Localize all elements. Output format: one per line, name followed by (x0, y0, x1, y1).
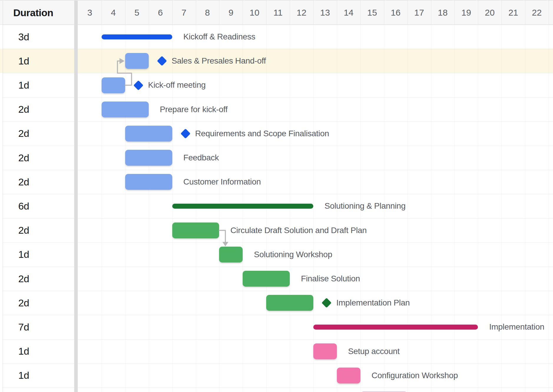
day-header-cell: 22 (525, 1, 549, 25)
task-bar[interactable] (125, 126, 172, 142)
vertical-scrollbar[interactable] (74, 1, 78, 392)
day-header-cell: 7 (172, 1, 196, 25)
header-separator-line (549, 1, 549, 25)
task-bar[interactable] (313, 343, 337, 359)
task-bar[interactable] (337, 368, 360, 383)
duration-cell[interactable]: 2d (0, 218, 74, 242)
duration-cell[interactable]: 1d (0, 242, 74, 267)
row-separator-line (3, 194, 553, 194)
duration-cell[interactable]: 2d (0, 122, 74, 146)
task-bar[interactable] (102, 77, 125, 93)
day-grid-line (549, 25, 549, 392)
row-separator-line (3, 315, 553, 315)
task-label: Sales & Presales Hand-off (172, 49, 266, 73)
row-separator-line (3, 25, 553, 25)
day-header-cell: 8 (196, 1, 219, 25)
row-separator-line (3, 388, 553, 388)
day-header-cell: 4 (102, 1, 125, 25)
row-separator-line (3, 267, 553, 267)
day-header-cell: 9 (219, 1, 243, 25)
task-bar[interactable] (125, 174, 172, 190)
gantt-chart-view: Duration 3456789101112131415161718192021… (0, 0, 553, 392)
day-header-cell: 15 (360, 1, 384, 25)
day-header-cell: 18 (431, 1, 455, 25)
row-separator-line (3, 339, 553, 340)
task-label: Prepare for kick-off (160, 97, 228, 122)
task-label: Implementation Plan (336, 291, 410, 315)
duration-cell[interactable]: 1d (0, 49, 74, 73)
day-grid-line (478, 25, 478, 392)
day-grid-line (454, 25, 455, 392)
duration-column-header: Duration (0, 1, 74, 25)
duration-cell[interactable]: 1d (0, 73, 74, 97)
duration-cell[interactable]: 7d (0, 315, 74, 339)
row-separator-line (3, 73, 553, 73)
task-bar[interactable] (125, 150, 172, 166)
day-header-cell: 5 (125, 1, 149, 25)
task-label: Configuration Workshop (372, 363, 458, 388)
duration-cell[interactable]: 6d (0, 194, 74, 218)
milestone-diamond[interactable] (322, 298, 332, 308)
task-bar[interactable] (125, 53, 149, 69)
row-separator-line (3, 49, 553, 49)
day-header-cell: 17 (408, 1, 431, 25)
task-bar[interactable] (243, 271, 290, 287)
task-bar[interactable] (102, 102, 149, 117)
row-separator-line (3, 97, 553, 98)
row-separator-line (3, 170, 553, 170)
day-header-cell: 3 (78, 1, 102, 25)
day-grid-line (125, 25, 125, 392)
milestone-diamond[interactable] (181, 129, 191, 139)
task-label: Customer Information (183, 170, 261, 194)
duration-cell[interactable]: 2d (0, 97, 74, 122)
summary-bar[interactable] (313, 325, 478, 330)
day-header-cell: 11 (266, 1, 290, 25)
day-header-cell: 10 (243, 1, 266, 25)
day-header-cell: 6 (149, 1, 172, 25)
row-separator-line (3, 291, 553, 291)
summary-bar[interactable] (172, 204, 313, 209)
task-label: Implementation (489, 315, 544, 339)
row-separator-line (3, 363, 553, 364)
row-separator-line (3, 146, 553, 146)
day-grid-line (431, 25, 431, 392)
task-label: Kickoff & Readiness (183, 25, 255, 49)
task-label: Feedback (183, 146, 219, 170)
duration-cell[interactable]: 1d (0, 363, 74, 388)
selected-row-background (0, 49, 553, 73)
duration-cell[interactable]: 1d (0, 339, 74, 363)
task-label: Setup account (348, 339, 400, 363)
task-label: Kick-off meeting (148, 73, 206, 97)
milestone-diamond[interactable] (133, 80, 143, 90)
summary-bar[interactable] (102, 34, 172, 39)
day-header-cell: 19 (454, 1, 478, 25)
duration-cell[interactable]: 2d (0, 170, 74, 194)
task-label: Requirements and Scope Finalisation (195, 122, 329, 146)
task-bar[interactable] (172, 222, 219, 238)
task-label: Finalise Solution (301, 267, 360, 291)
day-header-cell: 12 (290, 1, 313, 25)
task-label: Solutioning Workshop (254, 242, 332, 267)
day-header-cell: 13 (313, 1, 337, 25)
duration-cell[interactable]: 2d (0, 146, 74, 170)
duration-cell[interactable]: 3d (0, 25, 74, 49)
day-header-cell: 20 (478, 1, 501, 25)
day-header-cell: 14 (337, 1, 360, 25)
task-bar[interactable] (219, 247, 243, 263)
task-label: Solutioning & Planning (324, 194, 405, 218)
task-label: Circulate Draft Solution and Draft Plan (230, 218, 367, 242)
task-bar[interactable] (266, 295, 313, 311)
day-header-cell: 21 (501, 1, 525, 25)
day-header-cell: 16 (384, 1, 408, 25)
day-grid-line (313, 25, 314, 392)
duration-cell[interactable]: 2d (0, 267, 74, 291)
day-grid-line (408, 25, 408, 392)
duration-cell[interactable]: 2d (0, 291, 74, 315)
